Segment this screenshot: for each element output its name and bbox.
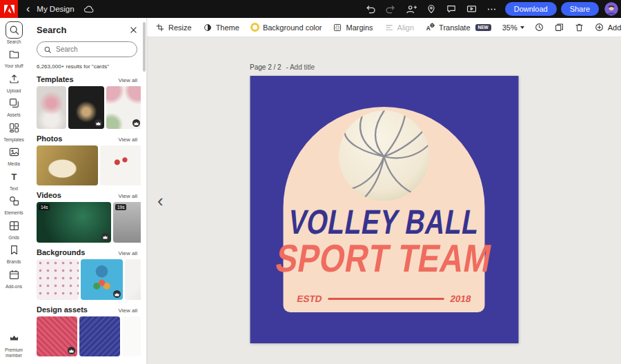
- view-all-templates[interactable]: View all: [119, 77, 137, 83]
- back-button[interactable]: ‹: [26, 3, 30, 14]
- rail-item-assets[interactable]: Assets: [1, 94, 27, 117]
- template-thumbnail[interactable]: [37, 86, 66, 129]
- resize-button[interactable]: Resize: [155, 23, 192, 32]
- template-thumbnail[interactable]: [106, 86, 141, 129]
- view-all-backgrounds[interactable]: View all: [119, 250, 137, 256]
- section-title: Photos: [37, 134, 62, 143]
- adobe-logo[interactable]: [0, 0, 18, 18]
- rail-item-your-stuff[interactable]: Your stuff: [1, 46, 27, 68]
- crown-icon: [8, 332, 20, 344]
- delete-page-button[interactable]: [574, 22, 584, 32]
- add-people-button[interactable]: [405, 3, 417, 15]
- search-panel: Search 6,263,000+ results for "cards" Te…: [28, 18, 147, 364]
- cloud-icon: [83, 3, 94, 14]
- photo-thumbnail[interactable]: [100, 145, 141, 185]
- location-pin-icon: [426, 3, 437, 14]
- topbar-icon-group: [365, 3, 497, 15]
- section-title: Videos: [37, 191, 61, 199]
- background-thumbnail[interactable]: [37, 259, 79, 300]
- translate-button[interactable]: A Translate NEW: [425, 22, 491, 32]
- theme-button[interactable]: Theme: [203, 23, 239, 32]
- design-title-line2[interactable]: SPORT TEAM: [250, 241, 518, 276]
- share-button[interactable]: Share: [561, 2, 599, 16]
- page-title-hint[interactable]: - Add title: [286, 63, 315, 71]
- search-input[interactable]: [56, 46, 130, 53]
- plus-circle-icon: [594, 22, 604, 32]
- video-thumbnail[interactable]: 19s: [113, 202, 141, 243]
- design-asset-thumbnail[interactable]: [37, 316, 77, 356]
- design-page[interactable]: VOLLEY BALL SPORT TEAM ESTD 2018: [250, 76, 518, 343]
- design-asset-thumbnail[interactable]: [79, 316, 120, 356]
- align-button[interactable]: Align: [384, 23, 414, 32]
- search-icon: [43, 46, 52, 54]
- rail-item-media[interactable]: Media: [1, 143, 27, 166]
- year-label: 2018: [449, 294, 472, 304]
- rail-item-add-ons[interactable]: Add-ons: [1, 266, 27, 289]
- comments-button[interactable]: [446, 3, 457, 14]
- more-options-button[interactable]: [486, 4, 497, 14]
- cloud-sync-button[interactable]: [83, 3, 94, 14]
- video-thumbnail[interactable]: 14s: [37, 202, 111, 243]
- align-icon: [384, 23, 394, 32]
- grids-icon: [8, 220, 20, 232]
- canvas-area[interactable]: ‹ Page 2 / 2 - Add title: [147, 37, 621, 364]
- photo-thumbnail[interactable]: [37, 145, 98, 185]
- chevron-down-icon: [520, 26, 524, 29]
- background-thumbnail[interactable]: [81, 259, 123, 300]
- section-design-assets: Design assets View all: [37, 305, 141, 356]
- svg-text:T: T: [11, 172, 17, 182]
- view-all-videos[interactable]: View all: [119, 193, 137, 199]
- rail-item-premium-member[interactable]: Premium member: [1, 330, 27, 358]
- rail-item-brands[interactable]: Brands: [1, 241, 27, 264]
- avatar-image: [604, 2, 618, 16]
- video-duration-badge: 19s: [115, 204, 126, 210]
- main-area: Resize Theme Background color Margins Al…: [147, 18, 621, 364]
- crown-icon: [103, 235, 108, 239]
- design-asset-thumbnail[interactable]: [122, 316, 141, 356]
- add-page-button[interactable]: Add: [594, 22, 621, 32]
- view-all-design-assets[interactable]: View all: [119, 307, 137, 314]
- rail-item-templates[interactable]: Templates: [1, 119, 27, 142]
- pin-button[interactable]: [426, 3, 437, 14]
- rail-item-upload[interactable]: Upload: [1, 70, 27, 93]
- template-thumbnail[interactable]: [68, 86, 104, 129]
- rail-item-grids[interactable]: Grids: [1, 217, 27, 240]
- trash-icon: [574, 22, 584, 32]
- undo-button[interactable]: [365, 3, 376, 14]
- present-button[interactable]: [466, 3, 477, 15]
- new-badge: NEW: [475, 24, 491, 31]
- layers-icon: [554, 22, 564, 32]
- section-photos: Photos View all: [37, 134, 141, 185]
- resize-icon: [155, 23, 165, 32]
- adobe-mark-icon: [4, 5, 14, 14]
- volleyball-illustration[interactable]: [337, 108, 432, 203]
- zoom-control[interactable]: 35%: [502, 23, 524, 32]
- premium-badge: [113, 290, 121, 298]
- estd-row[interactable]: ESTD 2018: [297, 294, 471, 304]
- account-avatar[interactable]: [604, 2, 618, 16]
- assets-stack-icon: [8, 97, 20, 109]
- margins-button[interactable]: Margins: [333, 23, 373, 32]
- redo-button[interactable]: [385, 3, 396, 14]
- layers-button[interactable]: [554, 22, 564, 32]
- previous-page-button[interactable]: ‹: [157, 192, 164, 210]
- close-panel-button[interactable]: [129, 26, 138, 34]
- rail-item-text[interactable]: T Text: [1, 168, 27, 191]
- rail-item-elements[interactable]: Elements: [1, 192, 27, 215]
- premium-badge: [132, 119, 140, 127]
- text-icon: T: [8, 171, 20, 183]
- estd-label: ESTD: [296, 294, 323, 304]
- view-all-photos[interactable]: View all: [119, 136, 137, 143]
- crown-icon: [115, 292, 119, 296]
- panel-scrollbar[interactable]: [143, 22, 146, 72]
- document-title[interactable]: My Design: [37, 5, 74, 13]
- rail-item-search[interactable]: Search: [1, 21, 27, 44]
- design-title-line1[interactable]: VOLLEY BALL: [250, 206, 518, 238]
- history-button[interactable]: [534, 22, 544, 32]
- background-thumbnail[interactable]: [125, 259, 141, 300]
- results-count: 6,263,000+ results for "cards": [37, 63, 141, 70]
- download-button[interactable]: Download: [505, 2, 557, 16]
- crown-icon: [134, 121, 139, 125]
- background-color-button[interactable]: Background color: [250, 23, 322, 32]
- crown-icon: [69, 349, 74, 353]
